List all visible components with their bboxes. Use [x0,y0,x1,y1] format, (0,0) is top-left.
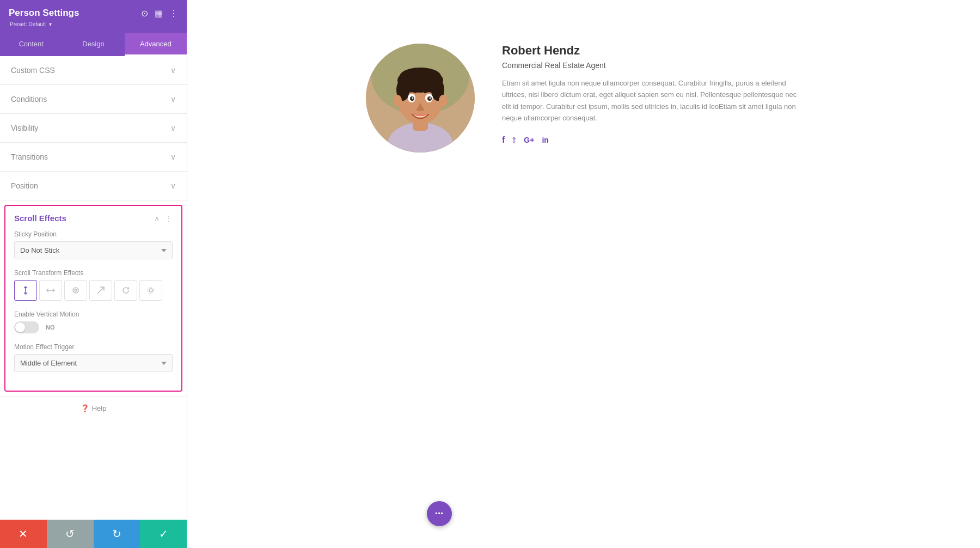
redo-icon: ↻ [112,527,121,540]
fab-icon: ••• [435,510,444,517]
transform-scale-btn[interactable] [89,280,112,301]
main-content: Robert Hendz Commercial Real Estate Agen… [187,0,980,548]
accordion-transitions: Transitions ∨ [0,143,187,172]
undo-button[interactable]: ↺ [47,520,94,548]
facebook-icon[interactable]: f [502,135,505,145]
check-icon: ✓ [159,527,168,540]
svg-point-21 [412,98,414,99]
google-plus-icon[interactable]: G+ [524,136,534,144]
sidebar-tabs: Content Design Advanced [0,33,187,56]
sidebar-toolbar: ✕ ↺ ↻ ✓ [0,520,187,548]
accordion-header-conditions[interactable]: Conditions ∨ [0,85,187,113]
svg-point-22 [430,98,431,99]
transform-blur-btn[interactable] [139,280,162,301]
twitter-icon[interactable]: 𝕥 [512,135,516,145]
transform-rotate-btn[interactable] [114,280,137,301]
svg-point-5 [148,287,154,294]
transform-icons-row [14,280,173,301]
scroll-effects-icons: ∧ ⋮ [154,214,173,223]
accordion-label-position: Position [11,181,38,190]
chevron-down-icon: ∨ [170,66,176,75]
motion-trigger-label: Motion Effect Trigger [14,343,173,351]
svg-point-2 [73,288,78,293]
motion-trigger-group: Motion Effect Trigger Middle of Element … [14,343,173,372]
chevron-down-icon-transitions: ∨ [170,153,176,161]
sidebar: Person Settings ⊙ ▦ ⋮ Preset: Default ▾ … [0,0,187,548]
help-icon: ❓ [81,404,89,412]
accordion-visibility: Visibility ∨ [0,114,187,143]
sidebar-title: Person Settings [9,8,79,19]
collapse-icon[interactable]: ∧ [154,214,160,223]
motion-trigger-select[interactable]: Middle of Element Top of Element Bottom … [14,354,173,372]
accordion-position: Position ∨ [0,172,187,200]
sticky-position-label: Sticky Position [14,230,173,238]
settings-icon[interactable]: ⊙ [141,8,148,19]
accordion-header-transitions[interactable]: Transitions ∨ [0,143,187,171]
person-role: Commercial Real Estate Agent [502,61,801,70]
accordion-header-custom-css[interactable]: Custom CSS ∨ [0,56,187,84]
transform-vertical-btn[interactable] [14,280,37,301]
sidebar-content: Custom CSS ∨ Conditions ∨ Visibility ∨ T… [0,56,187,548]
accordion-label-custom-css: Custom CSS [11,66,55,75]
undo-icon: ↺ [65,527,75,540]
sticky-position-group: Sticky Position Do Not Stick Stick to To… [14,230,173,259]
svg-point-24 [439,95,448,107]
accordion-conditions: Conditions ∨ [0,85,187,114]
chevron-down-icon-visibility: ∨ [170,124,176,132]
preset-label[interactable]: Preset: Default ▾ [9,20,178,28]
vertical-motion-label: Enable Vertical Motion [14,310,173,318]
vertical-motion-toggle[interactable] [14,321,39,333]
vertical-motion-group: Enable Vertical Motion NO [14,310,173,333]
sidebar-header: Person Settings ⊙ ▦ ⋮ Preset: Default ▾ [0,0,187,33]
svg-point-3 [75,289,77,291]
save-button[interactable]: ✓ [140,520,187,548]
svg-point-16 [400,68,441,85]
svg-line-4 [97,287,104,294]
chevron-down-icon-position: ∨ [170,181,176,190]
linkedin-icon[interactable]: in [542,136,548,144]
more-icon[interactable]: ⋮ [169,8,178,19]
fab-button[interactable]: ••• [427,501,452,526]
person-avatar [366,44,475,153]
accordion-header-position[interactable]: Position ∨ [0,172,187,200]
close-button[interactable]: ✕ [0,520,47,548]
tab-design[interactable]: Design [62,33,124,56]
sidebar-help: ❓ Help [0,396,187,420]
toggle-no-label: NO [46,324,55,331]
scroll-transform-group: Scroll Transform Effects [14,269,173,301]
person-card: Robert Hendz Commercial Real Estate Agen… [366,44,801,153]
scroll-effects-body: Sticky Position Do Not Stick Stick to To… [5,228,181,391]
social-icons: f 𝕥 G+ in [502,135,801,145]
chevron-down-icon-conditions: ∨ [170,95,176,103]
svg-point-6 [149,289,152,292]
accordion-header-visibility[interactable]: Visibility ∨ [0,114,187,142]
scroll-effects-section: Scroll Effects ∧ ⋮ Sticky Position Do No… [4,205,182,392]
accordion-label-transitions: Transitions [11,153,48,161]
tab-advanced[interactable]: Advanced [125,33,187,56]
sticky-position-select[interactable]: Do Not Stick Stick to Top Stick to Botto… [14,241,173,259]
person-name: Robert Hendz [502,44,801,58]
transform-horizontal-btn[interactable] [39,280,62,301]
accordion-label-conditions: Conditions [11,95,47,103]
scroll-transform-label: Scroll Transform Effects [14,269,173,277]
close-icon: ✕ [19,527,28,540]
person-bio: Etiam sit amet ligula non neque ullamcor… [502,77,801,124]
person-info: Robert Hendz Commercial Real Estate Agen… [502,44,801,145]
tab-content[interactable]: Content [0,33,62,56]
scroll-effects-header: Scroll Effects ∧ ⋮ [5,206,181,228]
toggle-knob [15,322,25,332]
scroll-effects-title: Scroll Effects [14,214,66,223]
more-options-icon[interactable]: ⋮ [165,214,173,223]
accordion-custom-css: Custom CSS ∨ [0,56,187,85]
header-icons: ⊙ ▦ ⋮ [141,8,178,19]
help-link[interactable]: ❓ Help [11,404,176,412]
accordion-label-visibility: Visibility [11,124,38,132]
svg-point-23 [393,95,402,107]
redo-button[interactable]: ↻ [94,520,140,548]
help-label: Help [92,404,107,412]
layout-icon[interactable]: ▦ [155,8,163,19]
transform-fade-btn[interactable] [64,280,87,301]
toggle-row: NO [14,321,173,333]
